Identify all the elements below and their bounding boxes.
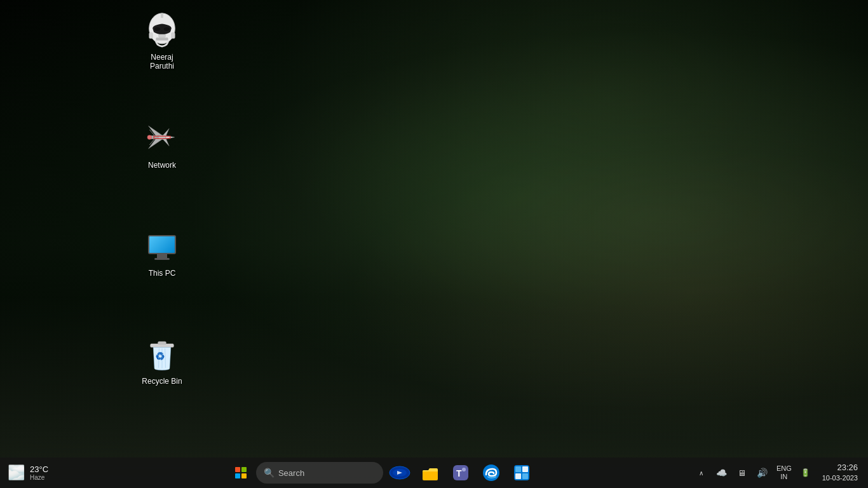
weather-icon: 🌫️: [8, 464, 25, 481]
icon-label-this-pc: This PC: [149, 269, 176, 278]
svg-marker-15: [163, 138, 169, 146]
svg-point-2: [163, 27, 170, 31]
taskbar-app-media[interactable]: [386, 460, 414, 485]
taskbar-app-edge[interactable]: [477, 460, 505, 485]
windows-logo-icon: [235, 467, 247, 478]
tray-volume-icon[interactable]: 🔊: [754, 461, 771, 484]
svg-rect-35: [522, 466, 528, 472]
svg-rect-6: [149, 32, 153, 38]
taskbar-tray: ∧ ☁️ 🖥 🔊 ENG IN 🔋 23:26 10-03-2023: [688, 461, 868, 484]
system-clock[interactable]: 23:26 10-03-2023: [817, 462, 863, 484]
svg-rect-7: [172, 32, 175, 38]
xwing-icon: [143, 120, 181, 158]
svg-rect-5: [161, 13, 163, 18]
svg-text:T: T: [456, 468, 462, 478]
taskbar-app-ms-store[interactable]: [508, 460, 536, 485]
tray-onedrive-icon[interactable]: ☁️: [713, 461, 731, 484]
search-icon: 🔍: [264, 468, 275, 478]
media-app-icon: [389, 466, 410, 480]
edge-icon: [482, 464, 500, 482]
tray-battery-icon[interactable]: 🔋: [797, 461, 815, 484]
file-explorer-icon: [421, 464, 439, 482]
svg-rect-36: [515, 473, 521, 479]
svg-text:♻: ♻: [155, 351, 165, 363]
monitor-icon: [143, 228, 181, 266]
taskbar-center: 🔍 Search: [76, 460, 688, 485]
store-icon: [513, 464, 531, 482]
desktop-icon-recycle-bin[interactable]: ♻ Recycle Bin: [137, 334, 187, 388]
svg-rect-4: [156, 38, 168, 41]
language-lang: ENG: [776, 464, 792, 473]
start-button[interactable]: [228, 460, 254, 485]
tray-display-icon[interactable]: 🖥: [733, 461, 751, 484]
taskbar-search[interactable]: 🔍 Search: [256, 462, 383, 484]
language-indicator[interactable]: ENG IN: [774, 464, 794, 481]
desktop-icons-area: Neeraj Paruthi: [0, 0, 868, 458]
desktop-icon-network[interactable]: Network: [137, 118, 187, 172]
icon-label-recycle-bin: Recycle Bin: [142, 377, 182, 386]
svg-point-31: [462, 468, 466, 471]
icon-label-user: Neeraj Paruthi: [139, 53, 185, 71]
taskbar: 🌫️ 23°C Haze 🔍 Search: [0, 458, 868, 488]
tray-overflow-button[interactable]: ∧: [693, 461, 710, 484]
stormtrooper-icon: [143, 12, 181, 50]
svg-rect-28: [423, 470, 438, 480]
svg-point-1: [154, 27, 161, 31]
taskbar-app-teams[interactable]: T: [447, 460, 475, 485]
clock-date: 10-03-2023: [822, 473, 858, 483]
weather-description: Haze: [30, 474, 48, 481]
taskbar-app-file-explorer[interactable]: [416, 460, 444, 485]
desktop-icon-this-pc[interactable]: This PC: [137, 226, 187, 280]
svg-rect-37: [522, 473, 528, 479]
svg-rect-3: [158, 34, 165, 37]
svg-rect-20: [158, 341, 166, 344]
icon-label-network: Network: [148, 161, 176, 170]
svg-marker-14: [163, 128, 169, 136]
recycle-bin-icon: ♻: [143, 336, 181, 374]
svg-rect-34: [515, 466, 521, 472]
teams-icon: T: [452, 464, 470, 482]
clock-time: 23:26: [837, 462, 858, 473]
weather-info: 23°C Haze: [30, 464, 48, 481]
desktop-icon-user[interactable]: Neeraj Paruthi: [137, 10, 187, 74]
svg-point-11: [147, 135, 152, 139]
weather-temperature: 23°C: [30, 464, 48, 474]
language-region: IN: [780, 473, 787, 481]
search-label: Search: [278, 468, 304, 478]
taskbar-weather[interactable]: 🌫️ 23°C Haze: [0, 464, 76, 481]
desktop: Neeraj Paruthi: [0, 0, 868, 488]
